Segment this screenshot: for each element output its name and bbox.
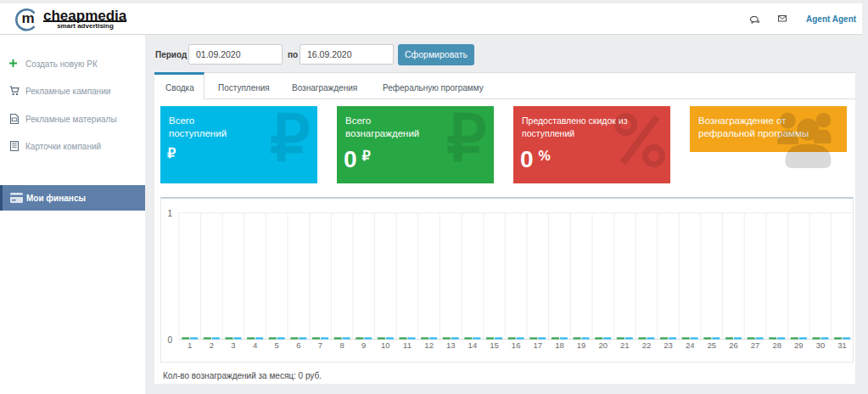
svg-text:26: 26	[729, 341, 738, 350]
svg-text:12: 12	[424, 341, 434, 350]
svg-text:9: 9	[361, 341, 366, 350]
svg-text:2: 2	[210, 341, 214, 350]
svg-text:25: 25	[708, 341, 717, 350]
svg-text:18: 18	[555, 341, 564, 350]
svg-text:22: 22	[642, 341, 652, 350]
svg-text:11: 11	[403, 341, 412, 350]
svg-text:5: 5	[275, 341, 279, 350]
svg-text:6: 6	[296, 341, 300, 350]
svg-text:0: 0	[167, 335, 172, 345]
svg-text:1: 1	[188, 341, 192, 350]
svg-text:15: 15	[490, 341, 499, 350]
svg-text:13: 13	[446, 341, 456, 350]
svg-text:3: 3	[231, 341, 235, 350]
svg-text:28: 28	[772, 341, 781, 350]
svg-text:1: 1	[167, 209, 172, 218]
svg-text:4: 4	[253, 341, 257, 350]
svg-text:10: 10	[381, 341, 390, 350]
svg-text:14: 14	[468, 341, 478, 350]
svg-text:23: 23	[664, 341, 673, 350]
svg-text:29: 29	[794, 341, 804, 350]
svg-text:21: 21	[620, 341, 630, 350]
svg-text:24: 24	[686, 341, 695, 350]
svg-text:8: 8	[339, 341, 344, 350]
svg-text:20: 20	[598, 341, 608, 350]
svg-text:17: 17	[534, 341, 543, 350]
svg-text:16: 16	[512, 341, 521, 350]
svg-text:31: 31	[837, 341, 847, 350]
svg-text:30: 30	[816, 341, 826, 350]
svg-text:7: 7	[318, 341, 322, 350]
svg-text:27: 27	[751, 341, 760, 350]
svg-text:19: 19	[577, 341, 586, 350]
